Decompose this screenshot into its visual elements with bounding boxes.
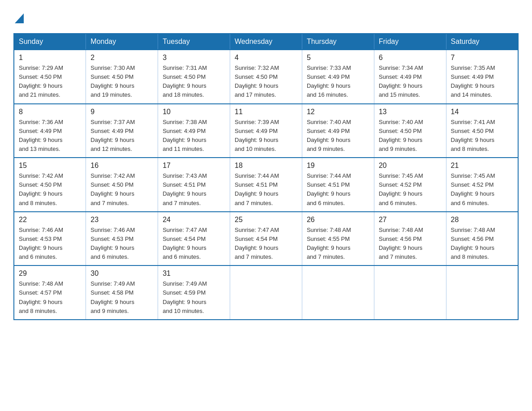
day-number: 9 <box>90 108 153 116</box>
day-number: 10 <box>163 108 225 116</box>
col-wednesday: Wednesday <box>230 34 302 50</box>
day-number: 31 <box>163 270 225 278</box>
table-row: 28 Sunrise: 7:48 AMSunset: 4:56 PMDaylig… <box>446 212 518 266</box>
table-row: 25 Sunrise: 7:47 AMSunset: 4:54 PMDaylig… <box>230 212 302 266</box>
day-info: Sunrise: 7:49 AMSunset: 4:59 PMDaylight:… <box>163 279 225 316</box>
logo-triangle-icon <box>15 13 24 23</box>
table-row: 2 Sunrise: 7:30 AMSunset: 4:50 PMDayligh… <box>86 50 158 104</box>
table-row: 27 Sunrise: 7:48 AMSunset: 4:56 PMDaylig… <box>374 212 446 266</box>
day-number: 22 <box>19 216 81 224</box>
table-row: 9 Sunrise: 7:37 AMSunset: 4:49 PMDayligh… <box>86 104 158 158</box>
table-row: 20 Sunrise: 7:45 AMSunset: 4:52 PMDaylig… <box>374 158 446 212</box>
day-number: 12 <box>307 108 369 116</box>
table-row: 11 Sunrise: 7:39 AMSunset: 4:49 PMDaylig… <box>230 104 302 158</box>
day-info: Sunrise: 7:46 AMSunset: 4:53 PMDaylight:… <box>19 226 81 262</box>
day-number: 6 <box>379 54 442 62</box>
table-row: 3 Sunrise: 7:31 AMSunset: 4:50 PMDayligh… <box>158 50 230 104</box>
day-info: Sunrise: 7:37 AMSunset: 4:49 PMDaylight:… <box>90 118 153 154</box>
table-row <box>230 265 302 320</box>
table-row: 23 Sunrise: 7:46 AMSunset: 4:53 PMDaylig… <box>86 212 158 266</box>
table-row: 1 Sunrise: 7:29 AMSunset: 4:50 PMDayligh… <box>14 50 86 104</box>
col-sunday: Sunday <box>14 34 86 50</box>
day-info: Sunrise: 7:42 AMSunset: 4:50 PMDaylight:… <box>90 171 153 208</box>
table-row <box>446 265 518 320</box>
day-info: Sunrise: 7:39 AMSunset: 4:49 PMDaylight:… <box>235 118 297 154</box>
day-number: 20 <box>379 162 442 170</box>
table-row: 29 Sunrise: 7:48 AMSunset: 4:57 PMDaylig… <box>14 265 86 320</box>
day-number: 17 <box>163 162 225 170</box>
day-info: Sunrise: 7:38 AMSunset: 4:49 PMDaylight:… <box>163 118 225 154</box>
day-number: 8 <box>19 108 81 116</box>
table-row: 12 Sunrise: 7:40 AMSunset: 4:49 PMDaylig… <box>302 104 374 158</box>
header <box>13 9 519 25</box>
day-info: Sunrise: 7:29 AMSunset: 4:50 PMDaylight:… <box>19 64 81 100</box>
col-saturday: Saturday <box>446 34 518 50</box>
day-info: Sunrise: 7:31 AMSunset: 4:50 PMDaylight:… <box>163 64 225 100</box>
day-number: 27 <box>379 216 442 224</box>
table-row: 8 Sunrise: 7:36 AMSunset: 4:49 PMDayligh… <box>14 104 86 158</box>
day-number: 21 <box>451 162 513 170</box>
table-row: 7 Sunrise: 7:35 AMSunset: 4:49 PMDayligh… <box>446 50 518 104</box>
table-row: 26 Sunrise: 7:48 AMSunset: 4:55 PMDaylig… <box>302 212 374 266</box>
day-number: 7 <box>451 54 513 62</box>
day-number: 14 <box>451 108 513 116</box>
day-number: 30 <box>90 270 153 278</box>
day-number: 19 <box>307 162 369 170</box>
day-info: Sunrise: 7:35 AMSunset: 4:49 PMDaylight:… <box>451 64 513 100</box>
day-number: 25 <box>235 216 297 224</box>
table-row: 22 Sunrise: 7:46 AMSunset: 4:53 PMDaylig… <box>14 212 86 266</box>
day-info: Sunrise: 7:49 AMSunset: 4:58 PMDaylight:… <box>90 279 153 316</box>
day-info: Sunrise: 7:36 AMSunset: 4:49 PMDaylight:… <box>19 118 81 154</box>
table-row: 24 Sunrise: 7:47 AMSunset: 4:54 PMDaylig… <box>158 212 230 266</box>
day-number: 26 <box>307 216 369 224</box>
table-row <box>374 265 446 320</box>
col-monday: Monday <box>86 34 158 50</box>
table-row: 18 Sunrise: 7:44 AMSunset: 4:51 PMDaylig… <box>230 158 302 212</box>
table-row: 5 Sunrise: 7:33 AMSunset: 4:49 PMDayligh… <box>302 50 374 104</box>
table-row: 30 Sunrise: 7:49 AMSunset: 4:58 PMDaylig… <box>86 265 158 320</box>
day-number: 4 <box>235 54 297 62</box>
day-info: Sunrise: 7:42 AMSunset: 4:50 PMDaylight:… <box>19 171 81 208</box>
day-info: Sunrise: 7:30 AMSunset: 4:50 PMDaylight:… <box>90 64 153 100</box>
table-row: 15 Sunrise: 7:42 AMSunset: 4:50 PMDaylig… <box>14 158 86 212</box>
day-number: 3 <box>163 54 225 62</box>
day-info: Sunrise: 7:41 AMSunset: 4:50 PMDaylight:… <box>451 118 513 154</box>
day-number: 11 <box>235 108 297 116</box>
day-info: Sunrise: 7:34 AMSunset: 4:49 PMDaylight:… <box>379 64 442 100</box>
calendar-header-row: Sunday Monday Tuesday Wednesday Thursday… <box>14 34 518 50</box>
day-number: 5 <box>307 54 369 62</box>
table-row: 19 Sunrise: 7:44 AMSunset: 4:51 PMDaylig… <box>302 158 374 212</box>
calendar-week-row: 22 Sunrise: 7:46 AMSunset: 4:53 PMDaylig… <box>14 212 518 266</box>
day-info: Sunrise: 7:46 AMSunset: 4:53 PMDaylight:… <box>90 226 153 262</box>
svg-marker-0 <box>15 13 24 23</box>
day-info: Sunrise: 7:47 AMSunset: 4:54 PMDaylight:… <box>163 226 225 262</box>
day-info: Sunrise: 7:48 AMSunset: 4:57 PMDaylight:… <box>19 279 81 316</box>
day-number: 13 <box>379 108 442 116</box>
calendar-week-row: 8 Sunrise: 7:36 AMSunset: 4:49 PMDayligh… <box>14 104 518 158</box>
day-info: Sunrise: 7:43 AMSunset: 4:51 PMDaylight:… <box>163 171 225 208</box>
table-row: 6 Sunrise: 7:34 AMSunset: 4:49 PMDayligh… <box>374 50 446 104</box>
logo <box>13 13 24 25</box>
day-info: Sunrise: 7:32 AMSunset: 4:50 PMDaylight:… <box>235 64 297 100</box>
day-info: Sunrise: 7:40 AMSunset: 4:50 PMDaylight:… <box>379 118 442 154</box>
day-info: Sunrise: 7:48 AMSunset: 4:55 PMDaylight:… <box>307 226 369 262</box>
table-row: 16 Sunrise: 7:42 AMSunset: 4:50 PMDaylig… <box>86 158 158 212</box>
table-row: 17 Sunrise: 7:43 AMSunset: 4:51 PMDaylig… <box>158 158 230 212</box>
calendar-week-row: 29 Sunrise: 7:48 AMSunset: 4:57 PMDaylig… <box>14 265 518 320</box>
day-info: Sunrise: 7:44 AMSunset: 4:51 PMDaylight:… <box>235 171 297 208</box>
day-info: Sunrise: 7:45 AMSunset: 4:52 PMDaylight:… <box>451 171 513 208</box>
col-tuesday: Tuesday <box>158 34 230 50</box>
day-number: 18 <box>235 162 297 170</box>
day-number: 1 <box>19 54 81 62</box>
col-thursday: Thursday <box>302 34 374 50</box>
table-row: 10 Sunrise: 7:38 AMSunset: 4:49 PMDaylig… <box>158 104 230 158</box>
table-row: 14 Sunrise: 7:41 AMSunset: 4:50 PMDaylig… <box>446 104 518 158</box>
col-friday: Friday <box>374 34 446 50</box>
calendar-week-row: 1 Sunrise: 7:29 AMSunset: 4:50 PMDayligh… <box>14 50 518 104</box>
day-number: 28 <box>451 216 513 224</box>
table-row <box>302 265 374 320</box>
table-row: 13 Sunrise: 7:40 AMSunset: 4:50 PMDaylig… <box>374 104 446 158</box>
day-info: Sunrise: 7:44 AMSunset: 4:51 PMDaylight:… <box>307 171 369 208</box>
day-number: 15 <box>19 162 81 170</box>
calendar-table: Sunday Monday Tuesday Wednesday Thursday… <box>13 33 519 320</box>
